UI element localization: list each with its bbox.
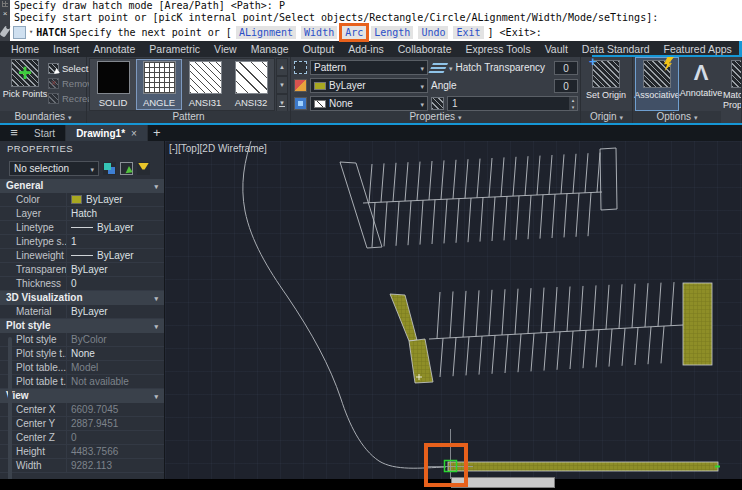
ribbon-tab-add-ins[interactable]: Add-ins [341,41,391,57]
palette-scrollbar[interactable] [8,337,12,490]
property-value[interactable]: 9282.113 [66,459,164,472]
property-row-plot-style-t[interactable]: Plot style t...None [0,347,164,361]
scale-spinner[interactable]: ▴▾ [569,97,577,110]
ribbon-tab-output[interactable]: Output [296,41,342,57]
property-value[interactable]: None [66,347,164,360]
cmd-option-length[interactable]: Length [371,26,413,39]
property-value[interactable]: ByColor [66,333,164,346]
panel-footer-properties[interactable]: Properties [291,111,580,123]
property-value[interactable]: Model [66,361,164,374]
property-value[interactable]: Not available [66,375,164,388]
property-row-center-z[interactable]: Center Z0 [0,431,164,445]
ribbon-tab-collaborate[interactable]: Collaborate [391,41,459,57]
file-tab-menu-icon[interactable] [4,125,24,141]
property-value[interactable]: 0 [66,431,164,444]
gallery-scroll-down-icon[interactable] [276,76,288,94]
cmd-option-undo[interactable]: Undo [418,26,448,39]
set-origin-button[interactable]: Set Origin [584,57,628,111]
toggle-pickadd-icon[interactable] [103,162,116,175]
selection-dropdown[interactable]: No selection [9,161,99,176]
ribbon-tab-vault[interactable]: Vault [538,41,575,57]
cmd-option-arc[interactable]: Arc [342,26,366,39]
ribbon-tab-home[interactable]: Home [4,41,46,57]
chevron-down-icon[interactable] [154,291,158,306]
property-value[interactable]: ByLayer [66,193,164,206]
property-value[interactable]: 2887.9451 [66,417,164,430]
angle-value-field[interactable]: 0 [554,79,578,93]
property-row-material[interactable]: MaterialByLayer [0,305,164,319]
new-drawing-icon[interactable] [148,125,166,141]
property-value[interactable]: 1 [66,235,164,248]
property-row-linetype-s[interactable]: Linetype s...1 [0,235,164,249]
gallery-scroll-up-icon[interactable] [276,58,288,76]
property-row-linetype[interactable]: LinetypeByLayer [0,221,164,235]
property-value[interactable]: ByLayer [66,305,164,318]
drawing-canvas[interactable]: [-][Top][2D Wireframe] [165,141,742,490]
property-row-plot-style[interactable]: Plot styleByColor [0,333,164,347]
panel-footer-pattern[interactable]: Pattern [87,111,290,123]
transparency-value-field[interactable]: 0 [554,61,578,75]
command-prompt-line[interactable]: ▾ HATCH Specify the next point or [ ALig… [10,24,742,40]
ribbon-tab-parametric[interactable]: Parametric [142,41,207,57]
property-row-plot-table[interactable]: Plot table...Model [0,361,164,375]
background-color-dropdown[interactable]: None [310,96,428,111]
property-row-width[interactable]: Width9282.113 [0,459,164,473]
parking-row-upper[interactable] [340,148,617,248]
property-row-transparen[interactable]: Transparen...ByLayer [0,263,164,277]
property-value[interactable]: 6609.7045 [66,403,164,416]
cmd-option-alignment[interactable]: ALignment [236,26,296,39]
property-value[interactable]: 4483.7566 [66,445,164,458]
ribbon-tab-manage[interactable]: Manage [244,41,296,57]
pick-points-button[interactable]: Pick Points [2,59,48,99]
property-row-plot-table-t[interactable]: Plot table t...Not available [0,375,164,389]
chevron-down-icon[interactable] [154,389,158,404]
file-tab-start[interactable]: Start [24,125,66,141]
pattern-swatch-angle[interactable]: ANGLE [136,59,182,110]
panel-footer-origin[interactable]: Origin [581,111,632,123]
hatch-type-dropdown[interactable]: Pattern [310,60,428,75]
panel-footer-options[interactable]: Options [633,111,721,123]
hatch-color-dropdown[interactable]: ByLayer [310,78,428,93]
file-tab-drawing1[interactable]: Drawing1* [66,125,148,141]
property-row-height[interactable]: Height4483.7566 [0,445,164,459]
panel-footer-boundaries[interactable]: Boundaries [0,111,86,123]
chevron-down-icon[interactable]: ▾ [29,28,33,36]
ribbon-tab-annotate[interactable]: Annotate [86,41,142,57]
property-row-color[interactable]: ColorByLayer [0,193,164,207]
property-value[interactable]: ByLayer [66,221,164,234]
ribbon-tab-view[interactable]: View [207,41,244,57]
property-value[interactable]: ByLayer [66,263,164,276]
annotative-button[interactable]: Λ Annotative [679,57,723,111]
parking-row-lower[interactable] [390,282,712,383]
property-row-center-y[interactable]: Center Y2887.9451 [0,417,164,431]
property-row-thickness[interactable]: Thickness0 [0,277,164,291]
section-header-plot-style[interactable]: Plot style [0,319,164,333]
chevron-down-icon[interactable] [154,319,158,334]
associative-button[interactable]: Associative [635,57,679,111]
chevron-down-icon[interactable] [449,62,453,73]
recent-commands-icon[interactable] [13,26,26,39]
cmd-option-exit[interactable]: Exit [453,26,483,39]
select-objects-icon[interactable] [120,162,133,175]
pattern-swatch-ansi31[interactable]: ANSI31 [182,59,228,110]
customize-wrench-icon[interactable] [0,25,11,37]
pattern-swatch-ansi32[interactable]: ANSI32 [228,59,274,110]
grip-icon[interactable] [2,1,8,7]
section-header-general[interactable]: General [0,179,164,193]
road-polyline[interactable] [243,141,446,468]
section-header-view[interactable]: View [0,389,164,403]
chevron-down-icon[interactable] [154,179,158,194]
viewport-controls[interactable]: [-][Top][2D Wireframe] [169,143,267,154]
property-row-center-x[interactable]: Center X6609.7045 [0,403,164,417]
ribbon-tab-express-tools[interactable]: Express Tools [458,41,537,57]
property-value[interactable]: Hatch [66,207,164,220]
ribbon-tab-insert[interactable]: Insert [46,41,86,57]
close-commandline-icon[interactable] [0,9,10,19]
pattern-swatch-solid[interactable]: SOLID [90,59,136,110]
hatch-strip[interactable] [448,462,718,471]
command-line[interactable]: Specify draw hatch mode [Area/Path] <Pat… [10,0,742,41]
gallery-expand-icon[interactable] [276,94,288,112]
property-row-lineweight[interactable]: LineweightByLayer [0,249,164,263]
property-value[interactable]: 0 [66,277,164,290]
quick-select-icon[interactable] [137,162,150,175]
